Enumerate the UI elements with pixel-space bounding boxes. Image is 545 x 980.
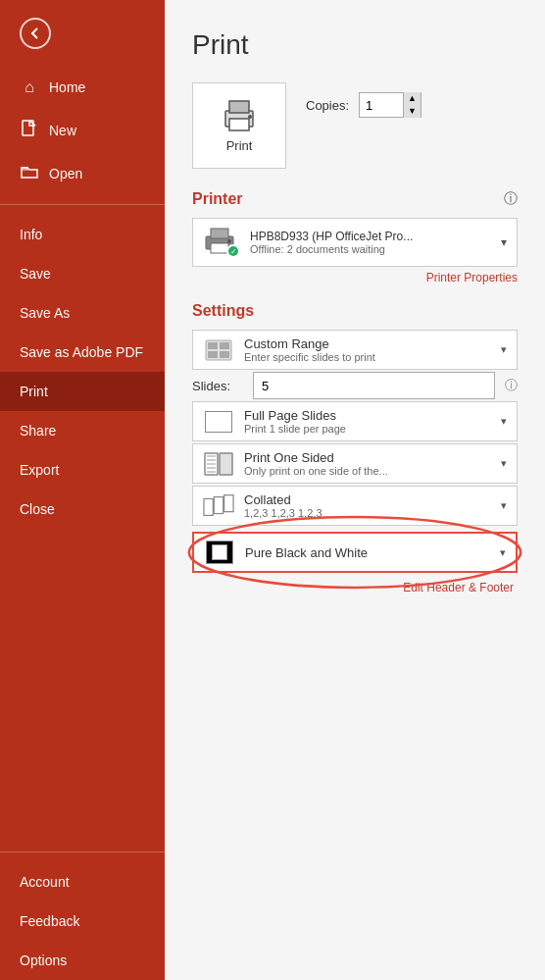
home-icon: ⌂ [20, 78, 39, 96]
svg-rect-18 [207, 459, 216, 461]
collated-icon [203, 493, 234, 519]
full-page-slides-arrow[interactable]: ▾ [501, 415, 507, 428]
collated-dropdown[interactable]: Collated 1,2,3 1,2,3 1,2,3 ▾ [192, 486, 518, 526]
svg-rect-12 [208, 342, 218, 349]
copies-input-wrap: ▲ ▼ [359, 92, 421, 118]
printer-status: Offline: 2 documents waiting [250, 243, 491, 255]
custom-range-icon [203, 337, 234, 363]
svg-rect-17 [207, 455, 216, 457]
copies-up-arrow[interactable]: ▲ [403, 92, 421, 105]
printer-icon-wrap: ✓ [203, 227, 240, 258]
svg-rect-14 [208, 351, 218, 358]
collated-sub: 1,2,3 1,2,3 1,2,3 [244, 507, 491, 519]
printer-dropdown-arrow[interactable]: ▾ [501, 235, 507, 249]
printer-section-title: Printer ⓘ [192, 190, 518, 208]
custom-range-sub: Enter specific slides to print [244, 351, 491, 363]
custom-range-text: Custom Range Enter specific slides to pr… [244, 336, 491, 363]
sidebar-item-save-as[interactable]: Save As [0, 293, 165, 333]
color-text: Pure Black and White [245, 545, 490, 560]
sidebar-label-home: Home [49, 79, 85, 95]
svg-point-10 [227, 239, 231, 243]
color-icon [204, 540, 235, 565]
custom-range-main: Custom Range [244, 336, 491, 351]
color-option-wrap: Pure Black and White ▾ [192, 532, 518, 573]
slides-info-icon[interactable]: ⓘ [505, 377, 518, 394]
collated-text: Collated 1,2,3 1,2,3 1,2,3 [244, 492, 491, 519]
sidebar-item-feedback[interactable]: Feedback [0, 902, 165, 941]
color-dropdown[interactable]: Pure Black and White ▾ [192, 532, 518, 573]
print-button[interactable]: Print [192, 82, 286, 169]
print-icon [220, 99, 259, 132]
sidebar-item-export[interactable]: Export [0, 450, 165, 490]
back-circle-icon[interactable] [20, 18, 51, 49]
copies-input[interactable] [360, 96, 403, 115]
print-one-sided-dropdown[interactable]: Print One Sided Only print on one side o… [192, 443, 518, 484]
full-page-slides-text: Full Page Slides Print 1 slide per page [244, 408, 491, 435]
sidebar-item-options[interactable]: Options [0, 941, 165, 980]
svg-rect-23 [204, 498, 213, 515]
svg-rect-2 [22, 168, 27, 170]
slides-row: Slides: ⓘ [192, 372, 518, 399]
sidebar-label-open: Open [49, 166, 82, 181]
color-main: Pure Black and White [245, 545, 490, 560]
black-white-swatch [206, 541, 233, 564]
white-swatch-inner [212, 544, 227, 560]
sidebar-item-account[interactable]: Account [0, 862, 165, 902]
collated-arrow[interactable]: ▾ [501, 499, 507, 512]
svg-rect-25 [224, 494, 233, 511]
print-one-sided-arrow[interactable]: ▾ [501, 457, 507, 470]
svg-rect-13 [220, 342, 229, 349]
open-folder-icon [20, 165, 39, 182]
svg-rect-24 [214, 496, 223, 513]
full-page-slides-main: Full Page Slides [244, 408, 491, 423]
settings-section-title: Settings [192, 302, 518, 320]
sidebar-item-open[interactable]: Open [0, 153, 165, 194]
sidebar-item-print[interactable]: Print [0, 372, 165, 411]
sidebar-item-info[interactable]: Info [0, 215, 165, 254]
print-area: Print Copies: ▲ ▼ [192, 82, 518, 169]
sidebar-item-share[interactable]: Share [0, 411, 165, 450]
printer-row[interactable]: ✓ HPB8D933 (HP OfficeJet Pro... Offline:… [192, 218, 518, 267]
print-one-sided-main: Print One Sided [244, 450, 491, 465]
sidebar-item-save[interactable]: Save [0, 254, 165, 293]
sidebar-item-save-as-pdf[interactable]: Save as Adobe PDF [0, 333, 165, 372]
sidebar-item-home[interactable]: ⌂ Home [0, 67, 165, 108]
sidebar-label-save-as: Save As [20, 305, 70, 321]
svg-rect-21 [207, 471, 216, 473]
sidebar-item-close[interactable]: Close [0, 490, 165, 529]
collated-main: Collated [244, 492, 491, 507]
svg-point-6 [248, 115, 252, 119]
sidebar-label-info: Info [20, 227, 42, 242]
printer-info-icon[interactable]: ⓘ [504, 190, 518, 208]
copies-label: Copies: [306, 98, 349, 113]
print-one-sided-sub: Only print on one side of the... [244, 465, 491, 477]
sidebar-label-new: New [49, 123, 76, 138]
back-button[interactable] [0, 0, 165, 67]
printer-properties-link[interactable]: Printer Properties [192, 271, 518, 284]
slides-label: Slides: [192, 379, 243, 393]
svg-rect-22 [220, 453, 232, 475]
sidebar-bottom: Account Feedback Options [0, 842, 165, 980]
main-content: Print Print Copies: ▲ ▼ Printer [165, 0, 545, 980]
custom-range-arrow[interactable]: ▾ [501, 343, 507, 356]
printer-name: HPB8D933 (HP OfficeJet Pro... [250, 230, 491, 243]
sidebar-label-options: Options [20, 953, 67, 968]
svg-rect-8 [211, 229, 228, 238]
sidebar-label-export: Export [20, 462, 59, 478]
full-page-slides-dropdown[interactable]: Full Page Slides Print 1 slide per page … [192, 401, 518, 441]
svg-rect-19 [207, 463, 216, 465]
sidebar: ⌂ Home New Open Info Save Save As Sa [0, 0, 165, 980]
sidebar-label-print: Print [20, 384, 48, 399]
svg-rect-5 [229, 119, 249, 130]
edit-header-footer-link[interactable]: Edit Header & Footer [192, 575, 518, 594]
copies-arrows: ▲ ▼ [403, 92, 421, 118]
color-arrow[interactable]: ▾ [500, 546, 506, 559]
sidebar-label-close: Close [20, 501, 55, 517]
sidebar-label-feedback: Feedback [20, 913, 79, 929]
slides-input[interactable] [262, 379, 486, 393]
page-title: Print [192, 29, 518, 61]
sidebar-divider-bottom [0, 851, 165, 852]
copies-down-arrow[interactable]: ▼ [403, 105, 421, 118]
custom-range-dropdown[interactable]: Custom Range Enter specific slides to pr… [192, 330, 518, 370]
sidebar-item-new[interactable]: New [0, 108, 165, 153]
